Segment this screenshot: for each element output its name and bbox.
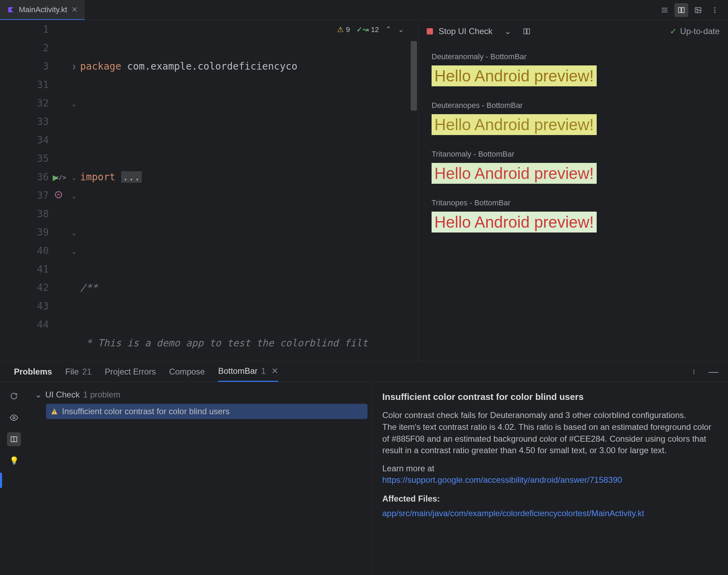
close-icon[interactable]: ✕ [71,5,78,14]
override-icon[interactable] [54,186,63,205]
kotlin-file-icon [7,6,15,14]
svg-rect-5 [682,7,684,13]
svg-point-7 [696,9,698,10]
refresh-icon[interactable] [7,389,21,403]
svg-point-16 [694,373,695,374]
code-tag-icon: </> [55,168,66,186]
svg-point-8 [714,7,715,8]
learn-more-link[interactable]: https://support.google.com/accessibility… [382,475,622,485]
problems-title: Problems [14,361,52,382]
prev-highlight-icon[interactable]: ⌃ [385,25,392,34]
check-icon: ✓ [670,26,677,36]
preview-item[interactable]: Deuteranomaly - BottomBarHello Android p… [432,52,715,86]
typos-badge[interactable]: ✓↝12 [356,25,379,34]
fold-icon[interactable]: ⌄ [72,242,76,260]
tab-project-errors[interactable]: Project Errors [105,361,156,382]
problem-detail: Insufficient color contrast for color bl… [372,382,728,575]
fold-icon[interactable]: ⌄ [72,186,76,205]
tree-header[interactable]: ⌄ UI Check 1 problem [32,388,367,402]
layout-icon[interactable] [520,24,534,38]
preview-item-label: Deuteranomaly - BottomBar [432,52,715,61]
svg-point-9 [714,9,715,11]
fold-icon[interactable]: ⌄ [72,168,76,186]
panel-overflow-icon[interactable] [687,365,701,379]
fold-icon[interactable]: ⌄ [72,94,76,112]
overflow-menu-icon[interactable] [708,3,722,17]
preview-item-label: Deuteranopes - BottomBar [432,101,715,110]
problem-title: Insufficient color contrast for color bl… [382,391,718,403]
preview-status: ✓ Up-to-date [670,26,720,36]
split-view-icon[interactable] [674,3,688,17]
preview-item-label: Tritanopes - BottomBar [432,198,715,207]
preview-hello-text: Hello Android preview! [432,212,597,233]
chevron-down-icon[interactable]: ⌄ [504,26,511,36]
close-tab-icon[interactable]: ✕ [271,366,278,376]
bulb-icon[interactable]: 💡 [7,454,21,468]
fold-icon[interactable]: ❯ [72,57,76,76]
toolwindow-handle[interactable] [0,473,2,488]
preview-hello-text: Hello Android preview! [432,114,597,135]
eye-icon[interactable] [7,411,21,425]
list-view-icon[interactable] [658,3,672,17]
tab-bottombar[interactable]: BottomBar1✕ [218,361,278,382]
svg-rect-12 [524,29,526,34]
file-tab-label: MainActivity.kt [19,5,67,14]
preview-hello-text: Hello Android preview! [432,163,597,184]
design-view-icon[interactable] [691,3,705,17]
svg-rect-13 [527,29,529,34]
warnings-badge[interactable]: ⚠9 [337,25,350,34]
preview-item-label: Tritanomaly - BottomBar [432,150,715,159]
svg-point-14 [694,369,695,370]
preview-item[interactable]: Deuteranopes - BottomBarHello Android pr… [432,101,715,135]
svg-point-17 [13,417,15,419]
preview-item[interactable]: Tritanomaly - BottomBarHello Android pre… [432,150,715,184]
code-editor[interactable]: package com.example.colordeficiencyco im… [80,20,418,361]
details-panel-icon[interactable] [7,432,21,446]
affected-file-link[interactable]: app/src/main/java/com/example/colordefic… [382,507,718,519]
tab-file[interactable]: File21 [65,361,91,382]
svg-rect-20 [54,411,55,412]
problem-item[interactable]: Insufficient color contrast for color bl… [46,404,367,419]
svg-point-10 [714,11,715,13]
warning-icon [51,408,58,415]
editor-gutter: 1 2 ❯3 31 ⌄32 33 34 35 ▶</>⌄36 ⌄37 38 ⌄3… [0,20,80,361]
next-highlight-icon[interactable]: ⌄ [398,25,404,34]
tab-compose[interactable]: Compose [169,361,205,382]
preview-hello-text: Hello Android preview! [432,65,597,86]
minimize-panel-icon[interactable]: — [706,365,720,379]
fold-icon[interactable]: ⌄ [72,223,76,242]
inspection-bar: ⚠9 ✓↝12 ⌃ ⌄ [334,24,407,36]
svg-point-11 [55,191,62,198]
svg-point-15 [694,371,695,372]
chevron-down-icon: ⌄ [35,390,42,400]
svg-rect-4 [679,7,681,13]
file-tab[interactable]: MainActivity.kt ✕ [0,0,85,20]
svg-rect-21 [54,413,55,413]
stop-ui-check-button[interactable]: Stop UI Check [439,26,493,36]
preview-item[interactable]: Tritanopes - BottomBarHello Android prev… [432,198,715,233]
stop-icon [427,28,433,34]
